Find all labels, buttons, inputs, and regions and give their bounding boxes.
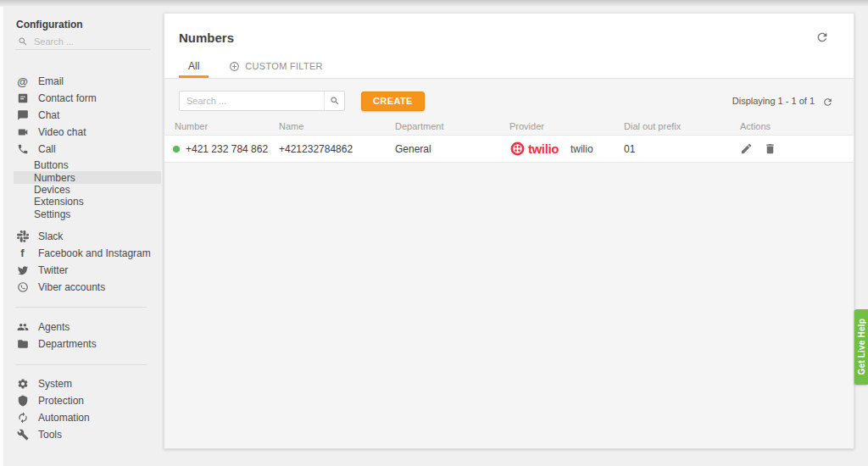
sidebar-item-departments[interactable]: Departments [3,336,164,352]
sidebar-item-extensions[interactable]: Extensions [14,196,161,208]
displaying-label: Displaying 1 - 1 of 1 [732,96,815,106]
call-submenu: Buttons Numbers Devices Extensions Setti… [3,159,164,220]
get-live-help-label: Get Live Help [857,319,866,375]
refresh-icon [815,31,829,44]
twilio-wordmark: twilio [528,141,559,156]
sidebar-item-email[interactable]: @ Email [3,73,164,90]
status-active-dot [173,146,180,153]
sidebar-menu: @ Email Contact form Chat Video chat Cal… [3,73,164,443]
get-live-help-button[interactable]: Get Live Help [854,309,868,385]
table-header: Number Name Department Provider Dial out… [164,118,854,135]
sidebar-item-label: Call [38,143,56,155]
sidebar-item-viber-accounts[interactable]: Viber accounts [3,279,164,296]
table-refresh-button[interactable] [822,96,833,107]
number-cell: +421 232 784 862 [164,136,269,162]
folder-icon [16,337,29,350]
pencil-icon [740,142,753,155]
sidebar-divider [15,364,147,365]
sidebar-item-label: Facebook and Instagram [38,247,151,259]
sidebar-item-video-chat[interactable]: Video chat [3,124,164,141]
tab-all[interactable]: All [179,57,209,78]
phone-icon [16,143,29,156]
table-row[interactable]: +421 232 784 862 +421232784862 General t… [164,135,854,163]
shield-icon [16,394,29,407]
sidebar-item-label: Tools [38,429,62,441]
sidebar-item-agents[interactable]: Agents [3,319,164,336]
sidebar-item-automation[interactable]: Automation [3,409,164,426]
table-toolbar: CREATE Displaying 1 - 1 of 1 [164,79,854,111]
sidebar-item-contact-form[interactable]: Contact form [3,90,164,107]
provider-name: twilio [570,143,593,155]
provider-cell: twilio twilio [499,136,614,162]
facebook-f-icon: f [16,247,29,259]
top-shadow [0,0,868,7]
column-header-provider: Provider [499,118,614,135]
search-submit-button[interactable] [324,92,344,110]
tab-custom-filter-label: CUSTOM FILTER [245,61,323,71]
sidebar-title: Configuration [16,19,164,31]
sidebar-item-facebook-instagram[interactable]: f Facebook and Instagram [3,245,164,262]
sidebar-item-label: Slack [38,230,63,242]
column-header-number: Number [164,118,269,135]
tab-all-label: All [188,60,199,72]
twilio-ring-icon [509,141,526,157]
sidebar-item-twitter[interactable]: Twitter [3,262,164,279]
sidebar-item-label: Twitter [38,264,68,276]
sidebar-item-label: Video chat [38,126,86,138]
table-search-input[interactable] [180,92,324,110]
sidebar-item-label: Email [38,75,64,87]
numbers-panel: Numbers All CUSTOM FILTER CREATE Display… [164,13,854,449]
sidebar-item-buttons[interactable]: Buttons [14,159,161,171]
sidebar-item-tools[interactable]: Tools [3,426,164,443]
sidebar-item-devices[interactable]: Devices [14,184,161,196]
column-header-actions: Actions [730,118,854,135]
sidebar-search-input[interactable] [34,36,150,47]
sidebar-divider [15,307,147,308]
trash-icon [764,142,776,155]
sidebar-item-chat[interactable]: Chat [3,107,164,124]
refresh-button[interactable] [815,31,829,44]
number-value: +421 232 784 862 [186,143,268,155]
column-header-name: Name [269,118,385,135]
email-icon: @ [16,75,29,88]
create-button[interactable]: CREATE [361,92,425,111]
viber-icon [16,280,29,293]
sidebar-item-label: Chat [38,109,59,121]
sidebar-item-settings[interactable]: Settings [14,208,161,220]
search-icon [18,36,28,47]
filter-tabs: All CUSTOM FILTER [164,57,854,79]
tab-custom-filter[interactable]: CUSTOM FILTER [225,57,326,78]
sidebar-item-protection[interactable]: Protection [3,392,164,409]
sidebar-item-numbers[interactable]: Numbers [14,171,161,183]
sidebar-item-label: Contact form [38,92,97,104]
actions-cell [730,136,854,162]
configuration-sidebar: Configuration @ Email Contact form Chat … [3,13,164,466]
refresh-icon [822,97,833,108]
pagination-info: Displaying 1 - 1 of 1 [732,96,833,107]
autorenew-icon [16,411,29,424]
people-icon [16,320,29,333]
wrench-icon [16,428,29,441]
sidebar-search[interactable] [15,34,150,50]
videocam-icon [16,126,29,139]
sidebar-item-system[interactable]: System [3,375,164,392]
column-header-dial-out-prefix: Dial out prefix [614,118,730,135]
delete-button[interactable] [764,142,776,155]
sidebar-item-label: Departments [38,338,97,350]
dial-out-prefix-cell: 01 [614,136,730,162]
sidebar-item-label: Agents [38,321,70,333]
twitter-bird-icon [16,264,29,276]
twilio-logo: twilio [509,141,559,157]
slack-icon [16,230,29,242]
sidebar-item-label: Viber accounts [38,281,105,293]
sidebar-item-slack[interactable]: Slack [3,228,164,245]
gear-icon [16,377,29,390]
sidebar-item-label: Automation [38,412,90,424]
department-cell: General [385,136,499,162]
chat-bubble-icon [16,109,29,122]
edit-button[interactable] [740,142,753,155]
plus-circle-icon [229,61,240,72]
column-header-department: Department [385,118,499,135]
sidebar-item-call[interactable]: Call [3,141,164,158]
table-search[interactable] [179,91,345,111]
